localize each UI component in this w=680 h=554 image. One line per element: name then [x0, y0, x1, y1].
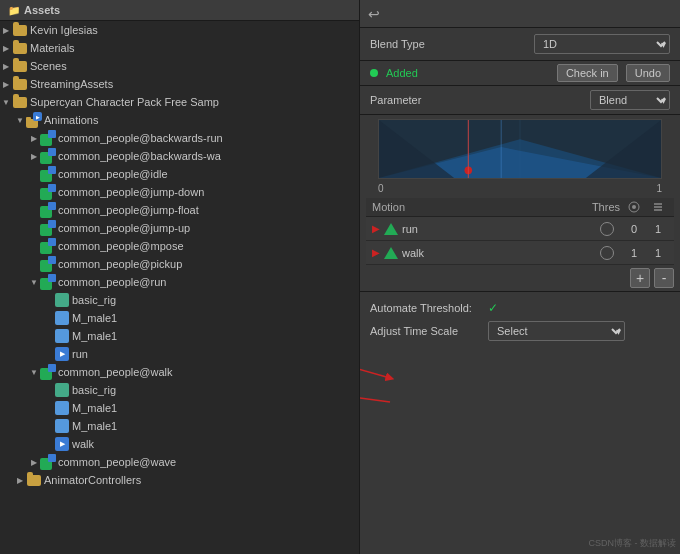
run-arrow-icon: ▶ [372, 223, 380, 234]
prefab-icon [40, 454, 56, 470]
tree-icon-folderanim [26, 112, 42, 128]
back-icon[interactable]: ↩ [368, 6, 380, 22]
rig-icon [55, 383, 69, 397]
add-motion-button[interactable]: + [630, 268, 650, 288]
tree-item-anim5[interactable]: common_people@jump-float [0, 201, 359, 219]
tree-item-mmale2a[interactable]: M_male1 [0, 399, 359, 417]
tree-icon-clip [40, 166, 56, 182]
walk-triangle-icon [384, 247, 398, 259]
left-panel: 📁 Assets ▶ Kevin Iglesias ▶ Materials ▶ … [0, 0, 360, 554]
tree-icon-rig [54, 382, 70, 398]
tree-item-basic_rig2[interactable]: basic_rig [0, 381, 359, 399]
tree-item-walk[interactable]: walk [0, 435, 359, 453]
tree-label: common_people@walk [58, 366, 173, 378]
adjust-time-scale-dropdown-wrapper: Select Homogeneous Speed Reset Time Scal… [488, 321, 625, 341]
folder-icon [13, 79, 27, 90]
parameter-select[interactable]: Blend [590, 90, 670, 110]
tree-item-mmale1a[interactable]: M_male1 [0, 309, 359, 327]
tree-icon-mesh [54, 310, 70, 326]
mesh-icon [55, 419, 69, 433]
automate-threshold-check: ✓ [488, 301, 498, 315]
adjust-time-scale-select[interactable]: Select Homogeneous Speed Reset Time Scal… [488, 321, 625, 341]
tree-icon-folder [12, 58, 28, 74]
tree-item-anim3[interactable]: common_people@idle [0, 165, 359, 183]
tree-label: StreamingAssets [30, 78, 113, 90]
prefab-icon [40, 220, 56, 236]
checkin-button[interactable]: Check in [557, 64, 618, 82]
tree-label: AnimatorControllers [44, 474, 141, 486]
folder-icon [13, 61, 27, 72]
tree-item-animwalk[interactable]: ▼ common_people@walk [0, 363, 359, 381]
remove-motion-button[interactable]: - [654, 268, 674, 288]
automate-threshold-label: Automate Threshold: [370, 302, 480, 314]
tree-arrow: ▶ [28, 458, 40, 467]
tree-label: common_people@backwards-run [58, 132, 223, 144]
list-icon [652, 201, 664, 213]
tree-icon-clip [40, 454, 56, 470]
tree-icon-anim [54, 346, 70, 362]
tree-item-anim7[interactable]: common_people@mpose [0, 237, 359, 255]
tree-icon-clip [40, 238, 56, 254]
tree-label: walk [72, 438, 94, 450]
blend-type-select[interactable]: 1D 2D Simple Directional Direct [534, 34, 670, 54]
tree-label: run [72, 348, 88, 360]
prefab-icon [40, 166, 56, 182]
header-icon2 [648, 201, 668, 213]
tree-item-basic_rig1[interactable]: basic_rig [0, 291, 359, 309]
walk-threshold-val: 1 [620, 247, 648, 259]
tree-label: common_people@backwards-wa [58, 150, 221, 162]
tree-label: common_people@run [58, 276, 166, 288]
parameter-dropdown-wrapper: Blend [590, 90, 670, 110]
tree-item-materials[interactable]: ▶ Materials [0, 39, 359, 57]
tree-container[interactable]: ▶ Kevin Iglesias ▶ Materials ▶ Scenes ▶ … [0, 21, 359, 549]
tree-item-anim6[interactable]: common_people@jump-up [0, 219, 359, 237]
tree-item-animwave[interactable]: ▶ common_people@wave [0, 453, 359, 471]
anim-icon [55, 437, 69, 451]
watermark: CSDN博客 - 数据解读 [589, 537, 677, 550]
automate-threshold-row: Automate Threshold: ✓ [370, 298, 670, 318]
tree-item-animctrl[interactable]: ▶ AnimatorControllers [0, 471, 359, 489]
folder-icon: 📁 [8, 5, 20, 16]
folderanim-icon [26, 112, 42, 128]
run-circle-icon[interactable] [600, 222, 614, 236]
tree-item-streaming[interactable]: ▶ StreamingAssets [0, 75, 359, 93]
tree-label: common_people@wave [58, 456, 176, 468]
prefab-icon [40, 274, 56, 290]
svg-point-10 [632, 205, 636, 209]
tree-item-supercyan[interactable]: ▼ Supercyan Character Pack Free Samp [0, 93, 359, 111]
prefab-icon [40, 148, 56, 164]
header-icon1 [624, 201, 644, 213]
tree-icon-clip [40, 256, 56, 272]
blend-graph [379, 120, 661, 178]
tree-label: basic_rig [72, 384, 116, 396]
mesh-icon [55, 329, 69, 343]
tree-item-mmale1b[interactable]: M_male1 [0, 327, 359, 345]
tree-item-anim4[interactable]: common_people@jump-down [0, 183, 359, 201]
tree-item-animrun[interactable]: ▼ common_people@run [0, 273, 359, 291]
param-row: Parameter Blend [360, 86, 680, 115]
tree-item-kevin[interactable]: ▶ Kevin Iglesias [0, 21, 359, 39]
tree-label: Materials [30, 42, 75, 54]
tree-icon-anim [54, 436, 70, 452]
rig-icon [55, 293, 69, 307]
tree-item-animations[interactable]: ▼ Animations [0, 111, 359, 129]
tree-item-anim2[interactable]: ▶ common_people@backwards-wa [0, 147, 359, 165]
walk-circle-icon[interactable] [600, 246, 614, 260]
motion-row-walk[interactable]: ▶ walk 1 1 [366, 241, 674, 265]
undo-button[interactable]: Undo [626, 64, 670, 82]
graph-max-label: 1 [656, 183, 662, 194]
motion-row-run[interactable]: ▶ run 0 1 [366, 217, 674, 241]
tree-item-run[interactable]: run [0, 345, 359, 363]
tree-icon-mesh [54, 400, 70, 416]
tree-arrow: ▼ [0, 98, 12, 107]
tree-label: Kevin Iglesias [30, 24, 98, 36]
tree-item-scenes[interactable]: ▶ Scenes [0, 57, 359, 75]
tree-item-mmale2b[interactable]: M_male1 [0, 417, 359, 435]
tree-item-anim1[interactable]: ▶ common_people@backwards-run [0, 129, 359, 147]
tree-item-anim8[interactable]: common_people@pickup [0, 255, 359, 273]
header-threshold: Thres [560, 201, 620, 213]
tree-label: common_people@jump-up [58, 222, 190, 234]
walk-multiplier-val: 1 [648, 247, 668, 259]
motion-table: Motion Thres ▶ run 0 [366, 198, 674, 265]
add-remove-row: + - [360, 265, 680, 291]
